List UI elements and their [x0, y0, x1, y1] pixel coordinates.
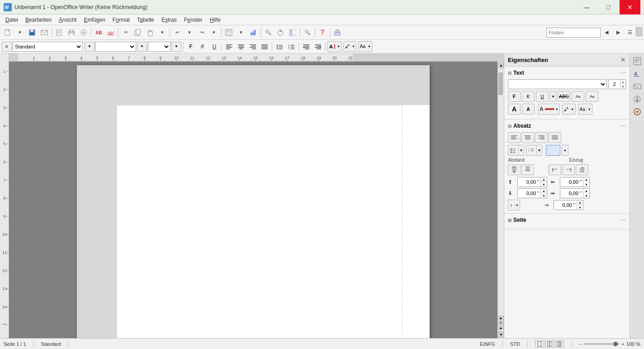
redo-button[interactable]: ↪: [196, 27, 208, 38]
text-section-more[interactable]: ⋯: [620, 69, 626, 76]
first-line-up[interactable]: ▲: [577, 201, 583, 205]
align-right-button[interactable]: [247, 41, 258, 52]
char-format-button[interactable]: Aa ▼: [358, 41, 372, 52]
sidebar-styles-icon[interactable]: A: [631, 68, 643, 80]
indent-right-button[interactable]: [562, 164, 575, 175]
decrease-indent-button[interactable]: [301, 41, 312, 52]
sidebar-navigator-icon[interactable]: [631, 93, 643, 105]
zoom-slider[interactable]: [583, 343, 620, 345]
highlight-color-button[interactable]: 🖍 ▼: [343, 41, 356, 52]
panel-strikethrough-button[interactable]: ABC: [558, 91, 570, 102]
menu-datei[interactable]: Datei: [2, 16, 22, 24]
absatz-section-more[interactable]: ⋯: [620, 122, 626, 129]
spacing-top-input[interactable]: [518, 177, 540, 186]
spacing-below-button[interactable]: [521, 164, 534, 175]
panel-size-increase-button[interactable]: A: [508, 104, 521, 115]
print-button[interactable]: [66, 27, 77, 38]
panel-underline-button[interactable]: U: [536, 91, 549, 102]
scrollbar-indicator[interactable]: [636, 27, 642, 36]
print-preview-button[interactable]: [53, 27, 65, 38]
redo-dropdown-button[interactable]: ▾: [208, 27, 220, 38]
panel-close-button[interactable]: ✕: [620, 56, 626, 63]
font-dropdown-button[interactable]: ▼: [137, 42, 147, 52]
spacing-above-button[interactable]: [508, 164, 521, 175]
menu-einfuegen[interactable]: Einfügen: [80, 16, 109, 24]
font-size-select[interactable]: [148, 42, 170, 52]
spacing-top-up[interactable]: ▲: [540, 177, 547, 182]
align-center-button[interactable]: [236, 41, 246, 52]
indent-left-up[interactable]: ▲: [583, 177, 589, 182]
save-button[interactable]: [26, 27, 38, 38]
book-view-button[interactable]: [555, 340, 564, 348]
absatz-align-left[interactable]: [508, 132, 521, 143]
panel-underline-dropdown[interactable]: ▼: [550, 91, 556, 102]
sidebar-extension-icon[interactable]: [631, 106, 643, 118]
align-left-button[interactable]: [224, 41, 235, 52]
undo-dropdown-button[interactable]: ▾: [184, 27, 195, 38]
sidebar-gallery-icon[interactable]: [631, 81, 643, 92]
insert-table-dropdown[interactable]: ▾: [235, 27, 247, 38]
panel-italic-button[interactable]: K: [522, 91, 535, 102]
absatz-section-header[interactable]: ⊟ Absatz ⋯: [508, 122, 626, 129]
seite-section-header[interactable]: ⊞ Seite ⋯: [508, 216, 626, 224]
menu-ansicht[interactable]: Ansicht: [55, 16, 80, 24]
search-input[interactable]: [546, 28, 601, 38]
scroll-prev-object-button[interactable]: ◆: [498, 316, 504, 320]
text-section-header[interactable]: ⊟ Text ⋯: [508, 69, 626, 76]
font-color-button[interactable]: A ▼: [327, 41, 341, 52]
copy-button[interactable]: [132, 27, 144, 38]
ordered-list-button[interactable]: 1.2.3.: [286, 41, 297, 52]
send-button[interactable]: [38, 27, 50, 38]
indent-left-down[interactable]: ▼: [583, 182, 589, 186]
bold-button[interactable]: F: [185, 41, 196, 52]
underline-button[interactable]: U: [209, 41, 220, 52]
indent-right-up[interactable]: ▲: [583, 189, 589, 193]
extensions-button[interactable]: [331, 27, 343, 38]
page-text-area[interactable]: [117, 105, 402, 338]
indent-right-input[interactable]: [560, 189, 583, 198]
scroll-object-select-button[interactable]: ●: [498, 320, 504, 325]
paste-dropdown-button[interactable]: ▾: [156, 27, 168, 38]
spacing-bottom-down[interactable]: ▼: [540, 193, 547, 198]
style-dropdown-button[interactable]: ▼: [85, 42, 95, 52]
ordered-list-group[interactable]: 1.2. ▼: [526, 145, 542, 156]
single-page-button[interactable]: [535, 340, 544, 348]
align-justify-button[interactable]: [259, 41, 270, 52]
indent-left-button[interactable]: [549, 164, 561, 175]
minimize-button[interactable]: —: [576, 0, 597, 14]
absatz-align-right[interactable]: [535, 132, 548, 143]
menu-extras[interactable]: Extras: [158, 16, 180, 24]
spacing-bottom-input[interactable]: [518, 189, 540, 198]
open-dropdown-button[interactable]: ▾: [14, 27, 26, 38]
zoom-slider-thumb[interactable]: [613, 342, 618, 346]
scroll-up-button[interactable]: ▲: [498, 62, 504, 68]
panel-superscript-button[interactable]: Aa: [572, 91, 584, 102]
unordered-list-button[interactable]: [274, 41, 285, 52]
size-spin-up[interactable]: ▲: [620, 80, 625, 84]
absatz-align-center[interactable]: [521, 132, 534, 143]
panel-size-input[interactable]: [609, 80, 620, 89]
doc-map-button[interactable]: [287, 27, 298, 38]
sidebar-properties-icon[interactable]: [631, 55, 643, 67]
first-line-indent-button[interactable]: [576, 164, 588, 175]
menu-fenster[interactable]: Fenster: [180, 16, 206, 24]
spacing-top-down[interactable]: ▼: [540, 182, 547, 186]
panel-bold-button[interactable]: F: [508, 91, 521, 102]
print-options-button[interactable]: [78, 27, 90, 38]
help-button[interactable]: ❓: [317, 27, 328, 38]
paragraph-style-select[interactable]: Standard: [13, 42, 83, 52]
new-button[interactable]: [2, 27, 14, 38]
scroll-down-button[interactable]: ▼: [498, 331, 504, 338]
indent-right-down[interactable]: ▼: [583, 193, 589, 198]
seite-section-more[interactable]: ⋯: [620, 216, 626, 224]
zoom-in-icon[interactable]: +: [621, 341, 624, 347]
panel-font-color-button[interactable]: A ▼: [538, 104, 560, 115]
font-name-select[interactable]: [95, 42, 136, 52]
scroll-next-object-button[interactable]: ◆: [498, 325, 504, 330]
panel-size-decrease-button[interactable]: A: [522, 104, 535, 115]
menu-hilfe[interactable]: Hilfe: [206, 16, 224, 24]
scroll-thumb[interactable]: [498, 72, 503, 95]
panel-subscript-button[interactable]: Aa: [586, 91, 598, 102]
insert-table-button[interactable]: [223, 27, 235, 38]
find-button[interactable]: 🔍: [262, 27, 274, 38]
